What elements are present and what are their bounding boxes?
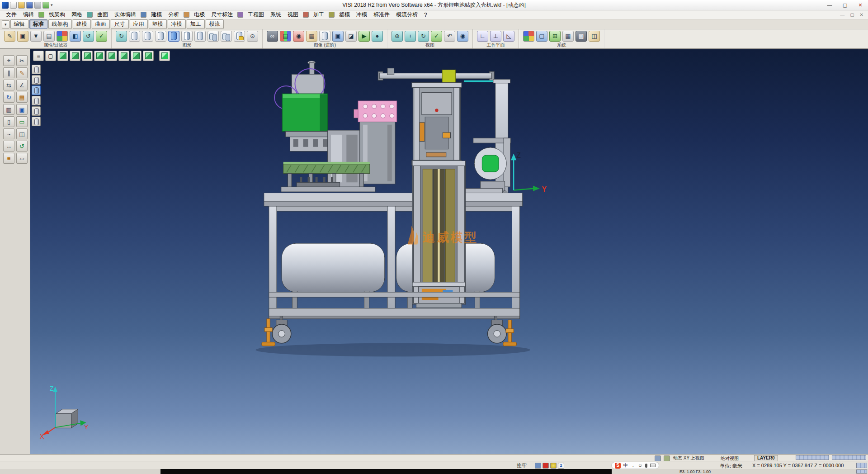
reset-filter-icon[interactable]: ↺ xyxy=(83,31,94,42)
render-cylinder-icon[interactable] xyxy=(319,31,330,42)
tab-surface[interactable]: 曲面 xyxy=(92,19,110,29)
menu-surface[interactable]: 曲面 xyxy=(94,10,111,19)
highlight-filter-icon[interactable]: ◧ xyxy=(70,31,81,42)
clamp-status-icon[interactable] xyxy=(535,463,541,469)
previous-view-icon[interactable]: ↶ xyxy=(444,31,455,42)
tab-mold[interactable]: 塑模 xyxy=(149,19,167,29)
casters-and-feet[interactable] xyxy=(262,316,516,346)
view-left-icon[interactable] xyxy=(94,51,105,61)
active-layer-field[interactable]: LAYER0 xyxy=(754,455,778,461)
mask-solids-icon[interactable] xyxy=(32,75,41,85)
menu-group-icon[interactable] xyxy=(329,12,335,18)
mask-all-icon[interactable] xyxy=(32,65,41,74)
snap-icon[interactable]: ⌖ xyxy=(3,55,14,66)
eye-view-icon[interactable]: ◉ xyxy=(457,31,468,42)
child-restore-button[interactable]: ▢ xyxy=(850,12,854,17)
save-file-icon[interactable] xyxy=(26,2,33,9)
layer-filter-icon[interactable]: ▤ xyxy=(43,31,55,42)
refresh-graphics-icon[interactable]: ↻ xyxy=(116,31,127,42)
view-bottom-icon[interactable] xyxy=(118,51,129,61)
menu-mold[interactable]: 塑模 xyxy=(336,10,353,19)
menu-system[interactable]: 系统 xyxy=(267,10,284,19)
film-strip-icon[interactable]: ▤ xyxy=(280,31,291,42)
clip-plane-icon[interactable]: ◪ xyxy=(345,31,357,42)
menu-group-icon[interactable] xyxy=(303,12,309,18)
mask-hidden-icon[interactable] xyxy=(32,117,41,126)
print-icon[interactable] xyxy=(34,2,41,9)
view-iso-icon[interactable] xyxy=(131,51,142,61)
pencil-icon[interactable]: ✎ xyxy=(16,67,28,78)
monitor-icon[interactable]: ▢ xyxy=(536,31,547,42)
texture-icon[interactable]: ▦ xyxy=(306,31,317,42)
drawing-sheet-icon[interactable]: ◫ xyxy=(589,31,600,42)
maximize-button[interactable]: ▢ xyxy=(837,0,853,10)
child-close-button[interactable]: ✕ xyxy=(860,12,863,17)
translucent-cylinder-icon[interactable] xyxy=(181,31,193,42)
copy-attributes-icon[interactable]: ▣ xyxy=(17,31,28,42)
view-right-icon[interactable] xyxy=(82,51,93,61)
workplane-align-icon[interactable]: ⊥ xyxy=(490,31,501,42)
cylinder-edges-icon[interactable] xyxy=(194,31,206,42)
color-filter-icon[interactable] xyxy=(57,31,68,42)
book-icon[interactable]: ▣ xyxy=(16,104,28,115)
play-animation-icon[interactable]: ▶ xyxy=(359,31,370,42)
check-view-icon[interactable]: ✓ xyxy=(431,31,442,42)
layers-icon[interactable]: ≡ xyxy=(3,153,14,164)
view-iso2-icon[interactable] xyxy=(143,51,154,61)
green-grid-icon[interactable]: ⊞ xyxy=(549,31,561,42)
ime-emoji-button[interactable]: ☺ xyxy=(638,462,642,469)
menu-group-icon[interactable] xyxy=(184,12,189,18)
entity-filter-icon[interactable]: ▼ xyxy=(30,31,42,42)
parallel-icon[interactable]: ∥ xyxy=(3,67,14,78)
stereo-glasses-icon[interactable]: ∞ xyxy=(267,31,278,42)
plane-view-icon[interactable] xyxy=(664,455,670,461)
menu-standard-parts[interactable]: 标准件 xyxy=(370,10,393,19)
zoom-graphics-icon[interactable]: ⊙ xyxy=(247,31,258,42)
menu-analysis[interactable]: 分析 xyxy=(165,10,182,19)
calculator-icon[interactable]: ▩ xyxy=(576,31,587,42)
trim-icon[interactable]: ✂ xyxy=(16,55,28,66)
mask-surface-icon[interactable] xyxy=(32,106,41,116)
visi-logo-icon[interactable] xyxy=(2,2,9,9)
menu-electrode[interactable]: 电极 xyxy=(191,10,208,19)
menu-group-icon[interactable] xyxy=(141,12,146,18)
menu-machining[interactable]: 加工 xyxy=(310,10,327,19)
count-badge[interactable]: 2 xyxy=(558,463,564,469)
tab-flow[interactable]: 模流 xyxy=(206,19,224,29)
apply-filter-icon[interactable]: ✓ xyxy=(96,31,107,42)
curve-icon[interactable]: ~ xyxy=(3,128,14,139)
record-status-icon[interactable] xyxy=(542,463,549,469)
wireframe-cylinder-icon[interactable] xyxy=(129,31,140,42)
close-button[interactable]: ✕ xyxy=(853,0,868,10)
menu-modeling[interactable]: 建模 xyxy=(148,10,165,19)
tab-application[interactable]: 应用 xyxy=(130,19,148,29)
undo-side-icon[interactable]: ↺ xyxy=(16,141,28,152)
view-front-icon[interactable] xyxy=(70,51,80,61)
color-palette-icon[interactable] xyxy=(523,31,534,42)
mask-active-icon[interactable] xyxy=(32,85,41,95)
material-icon[interactable]: ◉ xyxy=(293,31,304,42)
note-icon[interactable]: ▤ xyxy=(16,92,28,103)
workplane-custom-icon[interactable]: ◺ xyxy=(503,31,514,42)
menu-solid-edit[interactable]: 实体编辑 xyxy=(111,10,139,19)
menu-mesh[interactable]: 网格 xyxy=(68,10,85,19)
double-cylinder-icon[interactable] xyxy=(208,31,219,42)
box-icon[interactable]: ▭ xyxy=(16,116,28,127)
shaded-cylinder-icon[interactable] xyxy=(155,31,166,42)
cylinder-icon[interactable]: ▯ xyxy=(3,116,14,127)
menu-edit[interactable]: 编辑 xyxy=(20,10,37,19)
machine-geometry[interactable] xyxy=(262,61,523,346)
menu-view[interactable]: 视图 xyxy=(284,10,302,19)
menu-wireframe[interactable]: 线架构 xyxy=(46,10,68,19)
hidden-line-cylinder-icon[interactable] xyxy=(142,31,153,42)
angle-icon[interactable]: ∠ xyxy=(16,80,28,90)
open-file-icon[interactable] xyxy=(18,2,25,9)
tab-wireframe[interactable]: 线架构 xyxy=(48,19,72,29)
cylinder-lock-icon[interactable] xyxy=(234,31,245,42)
mirror-icon[interactable]: ◫ xyxy=(16,128,28,139)
dynamic-view-icon[interactable] xyxy=(655,455,661,461)
lock-label[interactable]: 拴牢 xyxy=(517,462,527,469)
keyboard-icon[interactable] xyxy=(650,464,656,467)
minimize-button[interactable]: — xyxy=(822,0,837,10)
tab-edit[interactable]: 编辑 xyxy=(10,19,28,29)
